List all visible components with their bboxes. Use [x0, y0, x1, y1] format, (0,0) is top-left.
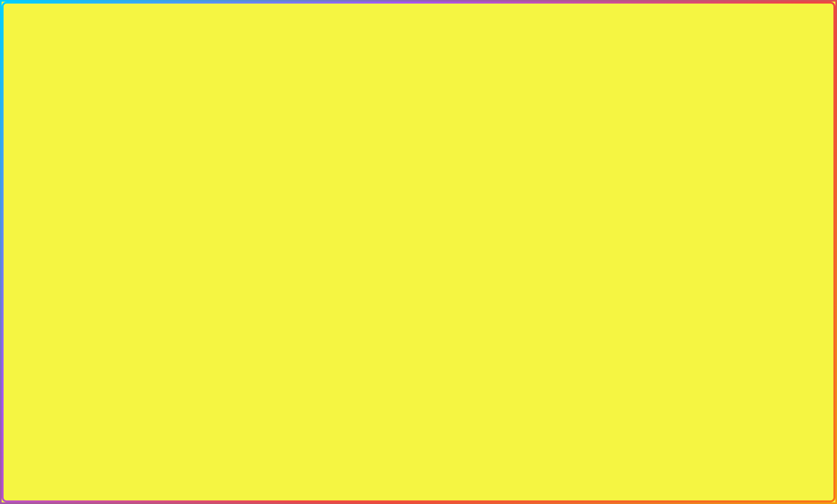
discord-icon: △	[702, 114, 708, 120]
join-community-button[interactable]: Join the Community	[356, 287, 481, 303]
card-header: △ #ship	[59, 25, 164, 35]
channel-name: #lounge	[710, 114, 725, 119]
discord-card-music: △ #music	[691, 424, 790, 450]
avatar: 🤩	[52, 112, 61, 122]
message-content: Rachel S. a small victory but i made my …	[58, 419, 142, 444]
ship-tag: #ship	[443, 225, 455, 230]
username: Rachel S.	[58, 419, 142, 423]
card-body: 🤖 Rachel S. a small victory but i made m…	[41, 415, 146, 447]
modal-description: The heart & soul of Purdue Hackers is ou…	[356, 217, 481, 259]
message-content: ... a silly link extender, which puts a …	[706, 54, 790, 87]
card-header: △ #ship	[690, 40, 794, 51]
card-body: today	[698, 122, 797, 168]
discord-icon: △	[695, 426, 701, 432]
lounge-tag: #lounge	[378, 232, 395, 237]
find-your-people-modal: Find Your People 🌈 The heart & soul of P…	[344, 189, 493, 315]
card-body: 🤩 Ayden B If the stars align I might be …	[48, 109, 141, 126]
discord-card-lounge: △ #lounge today	[698, 111, 797, 168]
svg-rect-7	[739, 154, 744, 156]
lounge-message: today	[702, 125, 793, 129]
message-content: Ayden B If the stars align I might be a.…	[64, 112, 137, 122]
discord-card-hacknight: △ #hack-night 🤩 Ayden B If the stars ali…	[48, 98, 141, 126]
discord-card-ship-2: △ #ship 💻 ... a silly link extender, whi…	[690, 40, 794, 90]
username: Cartic	[76, 39, 160, 43]
modal-italic: really cool	[399, 246, 417, 251]
svg-point-10	[716, 137, 729, 141]
svg-rect-5	[780, 144, 784, 151]
avatar: 🤖	[45, 419, 55, 429]
message-text: a silly link extender, which puts a ton …	[706, 59, 790, 69]
music-tag: #music	[450, 232, 465, 237]
svg-rect-6	[750, 153, 755, 156]
channel-name: #ship	[702, 43, 712, 48]
discord-card-ship-3: △ #ship 🤖 Rachel S. a small victory but …	[41, 404, 146, 447]
card-header: △ #ship	[41, 404, 146, 415]
username: ...	[706, 54, 790, 58]
discord-icon: △	[52, 101, 58, 107]
message-content: Cartic 🚗🚗🚗 i made a web api to store my …	[76, 39, 160, 54]
avatar: 🦊	[63, 39, 73, 49]
username: Ayden B	[64, 112, 137, 116]
card-header: △ #music	[691, 424, 790, 435]
discord-icon: △	[63, 27, 69, 33]
card-header: △ #lounge	[698, 111, 797, 122]
discord-icon: △	[45, 407, 51, 413]
lounge-image	[702, 132, 793, 165]
channel-name: #music	[703, 427, 716, 432]
card-body: 💻 ... a silly link extender, which puts …	[690, 51, 794, 90]
message-text: If the stars align I might be a...	[64, 117, 137, 122]
discord-card-ship-1: △ #ship 🦊 Cartic 🚗🚗🚗 i made a web api to…	[59, 25, 164, 57]
channel-name: #ship	[54, 408, 64, 412]
modal-paragraph-2: Enter a world of magic, find people who …	[356, 264, 481, 278]
channel-name: #hack-night	[60, 101, 82, 106]
channel-name: #ship	[71, 28, 82, 32]
svg-rect-3	[716, 146, 721, 151]
svg-rect-2	[707, 144, 714, 151]
message-text: a small victory but i made my first disc…	[58, 424, 142, 444]
code-tag: #code	[387, 239, 400, 244]
message-text: 🚗🚗🚗 i made a web api to store my reviews…	[76, 44, 160, 54]
card-header: △ #hack-night	[48, 98, 141, 109]
modal-text-3: , share your music musings in	[395, 232, 451, 236]
svg-point-11	[765, 135, 780, 140]
card-body: 🦊 Cartic 🚗🚗🚗 i made a web api to store m…	[59, 35, 164, 57]
modal-title: Find Your People 🌈	[356, 200, 481, 211]
discord-icon: △	[694, 42, 700, 48]
card-body	[691, 435, 790, 450]
avatar: 💻	[694, 54, 704, 64]
